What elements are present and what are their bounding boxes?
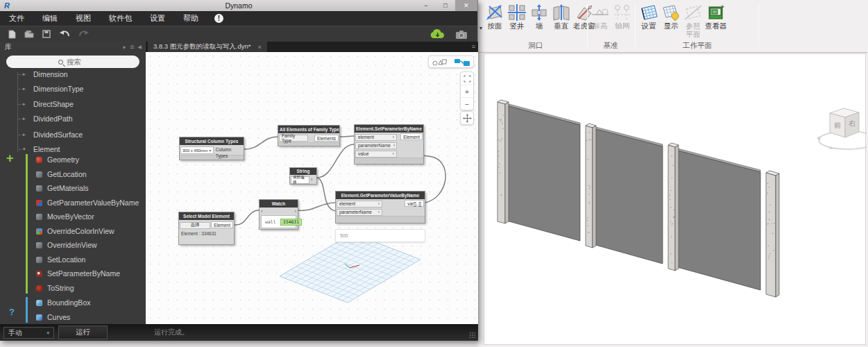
- save-button[interactable]: [42, 30, 51, 38]
- library-item-boundingbox[interactable]: BoundingBox: [0, 297, 146, 308]
- menu-view[interactable]: 视图: [67, 13, 100, 24]
- node-structural-column-types[interactable]: Structural Column Types 300 x 450mm▾ Col…: [179, 137, 244, 160]
- pan-button[interactable]: [460, 111, 474, 125]
- ribbon-button-by-face[interactable]: 按面: [484, 3, 505, 31]
- library-item-dimensiontype[interactable]: ▸DimensionType: [0, 83, 146, 94]
- library-item-overrideinview[interactable]: OverrideInView: [0, 239, 146, 251]
- node-title[interactable]: Element.GetParameterValueByName: [336, 192, 425, 199]
- library-item-curves[interactable]: Curves: [0, 312, 146, 323]
- ribbon-button-vertical-opening[interactable]: 垂直: [551, 3, 572, 31]
- library-collapse-icon[interactable]: ◀: [138, 44, 142, 50]
- run-mode-select[interactable]: 手动 ▾: [3, 327, 54, 339]
- library-item-getmaterials[interactable]: GetMaterials: [0, 183, 146, 194]
- node-watch[interactable]: Watch › › wall 334631: [259, 199, 298, 230]
- output-port[interactable]: ›: [311, 177, 312, 182]
- output-port[interactable]: ›: [295, 209, 296, 214]
- output-port-column-types[interactable]: Column Types: [214, 146, 243, 153]
- menu-packages[interactable]: 软件包: [100, 13, 141, 24]
- node-title[interactable]: Structural Column Types: [180, 137, 244, 145]
- menu-file[interactable]: 文件: [0, 13, 33, 24]
- graph-view-button[interactable]: [451, 56, 473, 67]
- ribbon-button-ref-plane[interactable]: 参照平面: [683, 3, 704, 38]
- export-image-camera-icon[interactable]: [455, 30, 468, 39]
- undo-button[interactable]: [59, 30, 70, 38]
- library-filter-icon[interactable]: ▼: [121, 45, 126, 50]
- package-download-icon[interactable]: [430, 29, 445, 40]
- string-value-input[interactable]: 底部偏移: [291, 176, 309, 184]
- wall-panels[interactable]: [504, 105, 760, 290]
- output-port-element[interactable]: Element: [400, 133, 423, 140]
- node-title[interactable]: Watch: [259, 200, 298, 208]
- select-button[interactable]: 选择: [180, 222, 210, 229]
- library-item-setlocation[interactable]: SetLocation: [0, 254, 146, 265]
- library-item-element[interactable]: ▾Element: [0, 144, 146, 155]
- dynamo-titlebar[interactable]: R Dynamo − □ ✕: [0, 0, 477, 11]
- menu-help[interactable]: 帮助: [174, 13, 207, 24]
- new-file-button[interactable]: [8, 30, 16, 39]
- viewcube-front-label[interactable]: 前: [834, 121, 841, 129]
- workspace-tab[interactable]: 3.8.3 图元参数的读取与写入.dyn* ×: [148, 42, 267, 52]
- node-title[interactable]: Select Model Element: [179, 212, 234, 220]
- window-resize-grip[interactable]: [469, 332, 476, 339]
- open-file-button[interactable]: [24, 30, 34, 38]
- input-port[interactable]: ›: [261, 209, 262, 214]
- menu-settings[interactable]: 设置: [141, 13, 174, 24]
- node-string[interactable]: String 底部偏移 ›: [289, 167, 317, 185]
- tabbar-menu-icon[interactable]: ≡: [472, 43, 475, 50]
- geometry-view-button[interactable]: [429, 56, 451, 67]
- library-item-tostring[interactable]: ToString: [0, 282, 146, 294]
- node-title[interactable]: Element.SetParameterByName: [355, 125, 423, 133]
- library-item-getlocation[interactable]: GetLocation: [0, 169, 146, 180]
- input-port-element[interactable]: element›: [337, 201, 382, 208]
- input-port-value[interactable]: value›: [355, 151, 397, 158]
- ribbon-button-wall-opening[interactable]: 墙: [529, 3, 550, 31]
- node-title[interactable]: String: [290, 168, 316, 175]
- library-item-directshape[interactable]: ▸DirectShape: [0, 99, 146, 110]
- revit-3d-view[interactable]: 前 右: [484, 53, 866, 345]
- output-port-elements[interactable]: Elements: [314, 135, 339, 142]
- library-item-dividedsurface[interactable]: ▸DividedSurface: [0, 129, 146, 140]
- node-all-elements-of-family-type[interactable]: All Elements of Family Type Family Type …: [278, 125, 340, 146]
- library-item-movebyvector[interactable]: MoveByVector: [0, 211, 146, 222]
- input-port-element[interactable]: element›: [355, 134, 397, 141]
- node-title[interactable]: All Elements of Family Type: [278, 126, 339, 133]
- zoom-fit-button[interactable]: [461, 72, 473, 85]
- run-button[interactable]: 运行: [58, 325, 108, 339]
- viewcube[interactable]: 前 右: [817, 108, 867, 149]
- input-port-parametername[interactable]: parameterName›: [337, 209, 382, 216]
- zoom-in-button[interactable]: +: [461, 85, 473, 97]
- output-port-element[interactable]: Element: [211, 221, 233, 228]
- ribbon-button-set-workplane[interactable]: 设置: [638, 3, 659, 31]
- ribbon-button-viewer[interactable]: 查看器: [705, 3, 727, 31]
- notifications-icon[interactable]: !: [214, 14, 223, 23]
- maximize-button[interactable]: □: [437, 0, 454, 11]
- ribbon-button-show-workplane[interactable]: 显示: [661, 3, 681, 31]
- node-element-getparametervaluebyname[interactable]: Element.GetParameterValueByName element›…: [335, 191, 425, 223]
- output-port-var[interactable]: var[]..[]: [405, 200, 424, 207]
- search-input[interactable]: [67, 58, 87, 66]
- library-item-geometry[interactable]: Geometry: [0, 154, 146, 165]
- viewcube-right-label[interactable]: 右: [849, 119, 856, 127]
- close-button[interactable]: ✕: [455, 0, 477, 11]
- menu-edit[interactable]: 编辑: [33, 13, 67, 24]
- ribbon-button-grid[interactable]: 轴网: [612, 3, 633, 31]
- library-item-overridecolorinview[interactable]: OverrideColorInView: [0, 226, 146, 237]
- zoom-out-button[interactable]: −: [461, 97, 473, 110]
- library-search[interactable]: [6, 56, 139, 68]
- node-preview-value[interactable]: 500: [335, 229, 425, 242]
- redo-button[interactable]: [78, 30, 90, 38]
- node-canvas[interactable]: Structural Column Types 300 x 450mm▾ Col…: [146, 52, 478, 324]
- ribbon-button-shaft[interactable]: 竖井: [507, 3, 527, 31]
- tab-close-icon[interactable]: ×: [257, 44, 261, 51]
- library-item-dimension[interactable]: ▸Dimension: [0, 69, 146, 80]
- input-port-family-type[interactable]: Family Type: [279, 135, 308, 142]
- input-port-parametername[interactable]: parameterName›: [355, 142, 397, 149]
- node-element-setparameterbyname[interactable]: Element.SetParameterByName element› Elem…: [354, 124, 424, 164]
- library-item-dividedpath[interactable]: ▸DividedPath: [0, 113, 146, 124]
- library-list-icon[interactable]: ☰: [130, 44, 134, 50]
- library-item-setparameterbyname[interactable]: SetParameterByName: [0, 268, 146, 279]
- minimize-button[interactable]: −: [418, 0, 434, 11]
- library-item-getparametervaluebyname[interactable]: GetParameterValueByName: [0, 197, 146, 208]
- watch-item-value[interactable]: 334631: [280, 219, 302, 226]
- panel-flyout-arrow-icon[interactable]: ▾: [479, 25, 482, 31]
